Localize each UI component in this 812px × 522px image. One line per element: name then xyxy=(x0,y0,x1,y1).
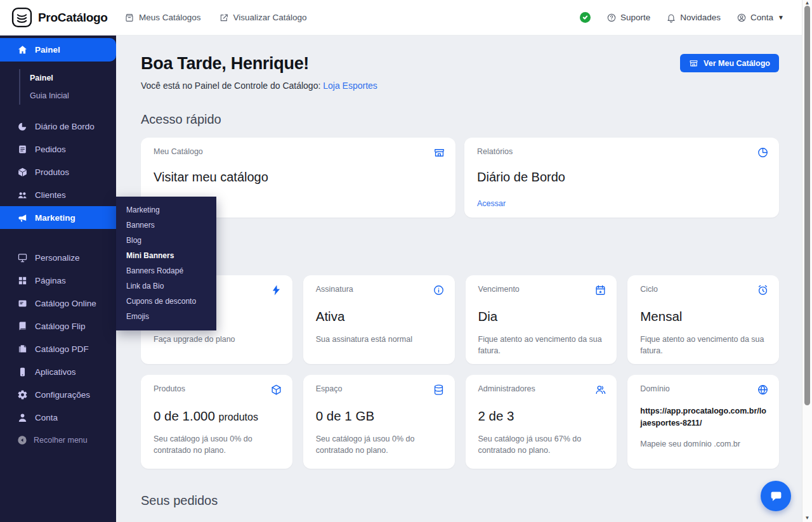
card-label: Ciclo xyxy=(640,285,766,294)
card-label: Espaço xyxy=(316,384,442,394)
sidebar-item-diario-de-bordo[interactable]: Diário de Bordo xyxy=(0,115,116,138)
sidebar-item-pedidos[interactable]: Pedidos xyxy=(0,138,116,160)
card-value: https://app.procatalogo.com.br/lojaespor… xyxy=(640,405,766,429)
card-value: Ativa xyxy=(316,309,442,324)
monitor-icon xyxy=(17,252,28,263)
flyout-item-cupons-de-desconto[interactable]: Cupons de desconto xyxy=(116,294,216,309)
nav-label: Visualizar Catálogo xyxy=(233,13,307,22)
flyout-item-mini-banners[interactable]: Mini Banners xyxy=(116,248,216,263)
alarm-clock-icon xyxy=(757,284,769,296)
megaphone-icon xyxy=(17,212,28,223)
card-label: Assinatura xyxy=(316,285,442,294)
sidebar-item-label: Configurações xyxy=(35,390,90,400)
topbar-right: Suporte Novidades Conta ▼ xyxy=(580,12,802,23)
card-assinatura[interactable]: Assinatura Ativa Sua assinatura está nor… xyxy=(303,275,455,364)
sidebar-item-catalogo-online[interactable]: Catálogo Online xyxy=(0,292,116,315)
procatalogo-logo-icon xyxy=(11,7,32,28)
card-vencimento[interactable]: Vencimento Dia Fique atento ao venciment… xyxy=(466,275,617,364)
card-value-suffix: produtos xyxy=(219,412,258,422)
sidebar: Painel Painel Guia Inicial Diário de Bor… xyxy=(0,36,116,522)
sidebar-item-personalize[interactable]: Personalize xyxy=(0,246,116,269)
flyout-item-banners-rodape[interactable]: Banners Rodapé xyxy=(116,263,216,278)
archive-icon xyxy=(124,13,134,23)
card-produtos[interactable]: Produtos 0 de 1.000 produtos Seu catálog… xyxy=(141,375,292,469)
flyout-item-blog[interactable]: Blog xyxy=(116,233,216,248)
collapse-menu-button[interactable]: Recolher menu xyxy=(0,435,116,445)
user-icon xyxy=(17,412,28,423)
card-ciclo[interactable]: Ciclo Mensal Fique atento ao vencimento … xyxy=(627,275,779,364)
flyout-item-banners[interactable]: Banners xyxy=(116,218,216,233)
card-espaco[interactable]: Espaço 0 de 1 GB Seu catálogo já usou 0%… xyxy=(303,375,455,469)
flyout-item-link-da-bio[interactable]: Link da Bio xyxy=(116,278,216,294)
sidebar-item-paginas[interactable]: Páginas xyxy=(0,269,116,292)
sidebar-item-catalogo-pdf[interactable]: Catálogo PDF xyxy=(0,337,116,360)
scrollbar-thumb[interactable] xyxy=(804,6,810,405)
card-value: 2 de 3 xyxy=(478,408,605,424)
arrow-left-circle-icon xyxy=(17,435,27,445)
account-menu[interactable]: Conta ▼ xyxy=(737,13,784,23)
chevron-down-icon: ▼ xyxy=(778,14,784,21)
card-value: Visitar meu catálogo xyxy=(154,170,443,185)
topbar: ProCatálogo Meus Catálogos Visualizar Ca… xyxy=(0,0,802,36)
card-label: Relatórios xyxy=(477,147,766,157)
lightning-icon xyxy=(270,284,282,296)
sidebar-item-label: Catálogo PDF xyxy=(35,344,89,354)
sidebar-item-painel[interactable]: Painel xyxy=(0,38,116,62)
ver-meu-catalogo-button[interactable]: Ver Meu Catálogo xyxy=(680,54,779,72)
page-scrollbar[interactable]: ▲ ▼ xyxy=(802,0,812,522)
sidebar-item-label: Clientes xyxy=(35,190,66,200)
box-icon xyxy=(270,384,282,396)
pie-chart-icon xyxy=(757,147,769,159)
stat-cards-row2: Produtos 0 de 1.000 produtos Seu catálog… xyxy=(141,375,779,469)
cta-label: Ver Meu Catálogo xyxy=(704,59,770,68)
chat-widget-button[interactable] xyxy=(761,481,791,511)
flyout-item-marketing[interactable]: Marketing xyxy=(116,202,216,218)
sidebar-item-label: Marketing xyxy=(35,213,75,223)
card-label: Produtos xyxy=(154,384,280,394)
acessar-link[interactable]: Acessar xyxy=(477,199,506,208)
sidebar-item-marketing[interactable]: Marketing xyxy=(0,206,116,229)
card-administradores[interactable]: Administradores 2 de 3 Seu catálogo já u… xyxy=(466,375,617,469)
nav-label: Meus Catálogos xyxy=(139,13,201,22)
nav-visualizar-catalogo[interactable]: Visualizar Catálogo xyxy=(219,13,307,23)
card-relatorios[interactable]: Relatórios Diário de Bordo Acessar xyxy=(464,138,779,218)
globe-icon xyxy=(757,384,769,396)
box-icon xyxy=(17,167,28,178)
sidebar-item-label: Pedidos xyxy=(35,145,66,154)
status-check-icon xyxy=(580,12,591,23)
card-dominio[interactable]: Domínio https://app.procatalogo.com.br/l… xyxy=(627,375,779,469)
support-button[interactable]: Suporte xyxy=(606,13,650,23)
gear-icon xyxy=(17,389,28,400)
scroll-down-arrow[interactable]: ▼ xyxy=(802,515,812,521)
card-description: Seu catálogo já usou 67% do contratado n… xyxy=(478,433,605,456)
sidebar-item-conta[interactable]: Conta xyxy=(0,406,116,429)
flyout-item-emojis[interactable]: Emojis xyxy=(116,309,216,324)
quick-cards: Meu Catálogo Visitar meu catálogo Relató… xyxy=(141,138,779,218)
news-label: Novidades xyxy=(680,13,721,22)
sidebar-item-produtos[interactable]: Produtos xyxy=(0,160,116,183)
sidebar-subitem-painel[interactable]: Painel xyxy=(30,69,116,87)
news-button[interactable]: Novidades xyxy=(666,13,721,23)
card-label: Administradores xyxy=(478,384,605,394)
scroll-up-arrow[interactable]: ▲ xyxy=(802,0,812,6)
orders-section-title: Seus pedidos xyxy=(141,493,779,508)
sidebar-item-catalogo-flip[interactable]: Catálogo Flip xyxy=(0,315,116,337)
sidebar-item-configuracoes[interactable]: Configurações xyxy=(0,383,116,406)
card-value: Dia xyxy=(478,309,605,324)
external-link-icon xyxy=(219,13,229,23)
sidebar-item-aplicativos[interactable]: Aplicativos xyxy=(0,360,116,383)
brand-logo[interactable]: ProCatálogo xyxy=(0,7,112,28)
sidebar-item-label: Painel xyxy=(35,45,60,55)
quick-access-title: Acesso rápido xyxy=(141,112,779,127)
database-icon xyxy=(433,384,445,396)
card-description: Seu catálogo já usou 0% do contratado no… xyxy=(154,433,280,456)
user-circle-icon xyxy=(737,13,747,23)
sidebar-subitem-guia-inicial[interactable]: Guia Inicial xyxy=(30,87,116,105)
page-title: Boa Tarde, Henrique! xyxy=(141,54,377,74)
card-label: Domínio xyxy=(640,384,766,394)
collapse-menu-label: Recolher menu xyxy=(34,436,88,445)
catalog-link[interactable]: Loja Esportes xyxy=(323,81,377,91)
sidebar-item-clientes[interactable]: Clientes xyxy=(0,183,116,206)
nav-meus-catalogos[interactable]: Meus Catálogos xyxy=(124,13,201,23)
users-icon xyxy=(17,190,28,200)
